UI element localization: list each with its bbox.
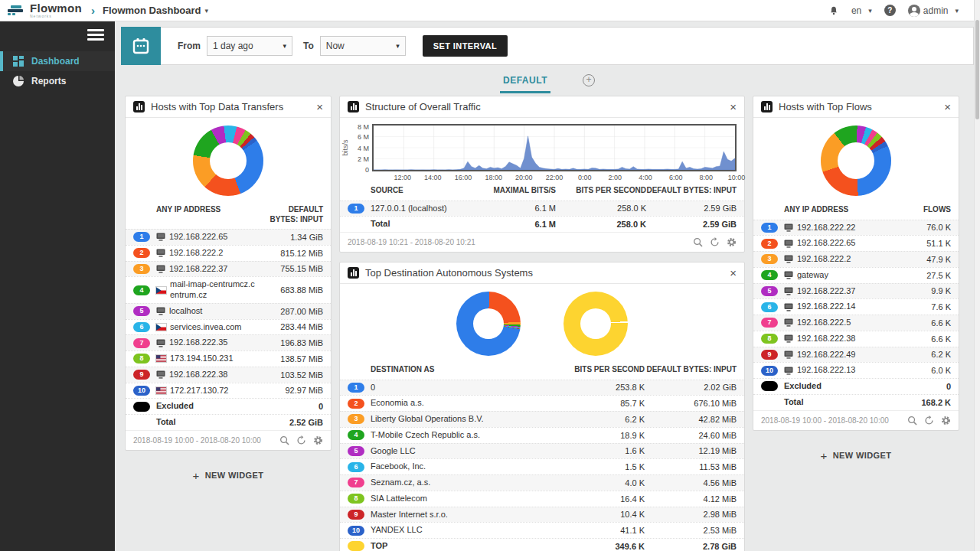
row-label: 192.168.222.65 <box>169 232 227 243</box>
flag-us-icon <box>156 355 166 362</box>
search-icon[interactable] <box>907 416 917 425</box>
breadcrumb-caret-icon[interactable]: ▾ <box>205 7 209 15</box>
row-value: 6.6 K <box>887 318 951 328</box>
hamburger-menu-icon[interactable] <box>87 29 104 41</box>
row-label: 192.168.222.65 <box>797 238 855 249</box>
y-axis-ticks: 8 M 6 M 4 M 2 M 0 <box>352 124 372 171</box>
refresh-icon[interactable] <box>296 435 306 445</box>
row-value: 85.7 K <box>553 399 645 408</box>
row-value: 2.02 GiB <box>645 383 737 392</box>
row-value: 258.0 K <box>556 220 646 229</box>
add-tab-button[interactable]: + <box>583 74 595 86</box>
rank-badge: 4 <box>761 270 778 280</box>
table-row: 7Seznam.cz, a.s.4.0 K4.56 MiB <box>340 474 744 491</box>
gear-icon[interactable] <box>313 435 323 445</box>
widget-title: Structure of Overall Traffic <box>365 101 481 112</box>
column-header: DEFAULT BYTES: INPUT <box>259 205 323 224</box>
new-widget-button[interactable]: + NEW WIDGET <box>753 449 959 462</box>
x-tick-label: 12:00 <box>394 174 411 181</box>
search-icon[interactable] <box>279 435 289 445</box>
new-widget-button[interactable]: + NEW WIDGET <box>125 469 332 482</box>
traffic-chart: bits/s 8 M 6 M 4 M 2 M 0 12:0014:0016:00… <box>340 118 744 183</box>
close-icon[interactable]: × <box>944 101 951 112</box>
sidebar: Dashboard Reports <box>0 21 115 551</box>
row-value: 0 <box>887 382 951 391</box>
notifications-button[interactable] <box>828 5 839 16</box>
table-row: 4T-Mobile Czech Republic a.s.18.9 K24.60… <box>340 427 744 443</box>
gear-icon[interactable] <box>727 237 737 247</box>
rank-badge: 9 <box>761 350 778 360</box>
row-value: 4.0 K <box>553 478 645 487</box>
sidebar-item-label: Reports <box>31 76 66 86</box>
close-icon[interactable]: × <box>316 101 323 112</box>
avatar <box>908 5 920 17</box>
scrollbar-thumb[interactable] <box>975 20 979 119</box>
close-icon[interactable]: × <box>730 267 737 279</box>
rank-badge: 4 <box>133 285 150 295</box>
rank-badge: 1 <box>348 204 364 214</box>
from-select-caret-icon: ▾ <box>283 42 286 50</box>
set-interval-button[interactable]: SET INTERVAL <box>423 35 508 57</box>
language-menu[interactable]: en▾ <box>851 5 872 16</box>
row-value: 253.8 K <box>553 383 645 392</box>
gear-icon[interactable] <box>941 416 951 425</box>
row-value: 6.2 K <box>887 350 951 359</box>
column-header: DEFAULT BYTES: INPUT <box>646 186 737 196</box>
table-row: Excluded0 <box>126 398 331 414</box>
sidebar-item-reports[interactable]: Reports <box>0 71 115 91</box>
flowmon-logo: Flowmon Networks <box>8 2 82 18</box>
monitor-icon <box>784 318 793 327</box>
sidebar-item-dashboard[interactable]: Dashboard <box>0 51 115 71</box>
table-row: 9192.168.222.496.2 K <box>753 347 959 363</box>
rank-badge: 6 <box>348 462 364 472</box>
rank-badge: 3 <box>761 254 778 264</box>
from-select[interactable]: 1 day ago ▾ <box>207 36 292 56</box>
widget-timestamp: 2018-08-19 10:00 - 2018-08-20 10:00 <box>133 436 261 445</box>
monitor-icon <box>784 223 793 232</box>
rank-badge: 1 <box>761 223 778 233</box>
row-label: 192.168.222.2 <box>169 248 223 259</box>
flowmon-logo-icon <box>8 5 24 17</box>
area-chart-plot[interactable] <box>372 124 737 171</box>
table-row: Total168.2 K <box>753 394 959 410</box>
table-row: 8192.168.222.386.6 K <box>753 331 959 347</box>
table-header: ANY IP ADDRESS DEFAULT BYTES: INPUT <box>126 202 331 229</box>
table-row: 7192.168.222.56.6 K <box>753 315 959 331</box>
help-button[interactable]: ? <box>884 5 896 16</box>
user-menu[interactable]: admin ▾ <box>908 5 959 17</box>
table-row: Total6.1 M258.0 K2.59 GiB <box>340 216 744 232</box>
row-label: 173.194.150.231 <box>170 354 234 364</box>
sidebar-item-label: Dashboard <box>31 56 80 67</box>
close-icon[interactable]: × <box>730 101 737 112</box>
row-value: 12.19 MiB <box>645 446 737 455</box>
column-header: DESTINATION AS <box>348 365 553 375</box>
row-value: 41.1 K <box>553 526 645 535</box>
refresh-icon[interactable] <box>924 416 934 425</box>
row-label: 172.217.130.72 <box>170 386 228 396</box>
search-icon[interactable] <box>693 237 703 247</box>
table-row: 1192.168.222.651.34 GiB <box>126 229 331 245</box>
tab-default[interactable]: DEFAULT <box>500 67 550 93</box>
breadcrumb[interactable]: Flowmon Dashboard <box>103 5 201 16</box>
row-value: 11.53 MiB <box>645 462 737 471</box>
calendar-tile[interactable] <box>121 27 161 65</box>
rank-badge: 8 <box>133 354 150 364</box>
widget-title: Top Destination Autonomous Systems <box>365 267 533 279</box>
page-scrollbar[interactable] <box>974 0 980 551</box>
from-label: From <box>178 41 201 51</box>
column-header: SOURCE <box>348 186 466 196</box>
widget-chart-icon <box>761 101 773 112</box>
monitor-icon <box>784 367 793 375</box>
x-tick-label: 10:00 <box>728 174 746 181</box>
refresh-icon[interactable] <box>710 237 720 247</box>
x-tick-label: 0:00 <box>578 174 592 181</box>
flag-cz-icon <box>156 287 166 294</box>
row-value: 27.5 K <box>887 271 951 280</box>
row-label: 192.168.222.38 <box>797 334 855 344</box>
to-select[interactable]: Now ▾ <box>320 36 406 56</box>
monitor-icon <box>156 339 165 347</box>
table-row: 4gateway27.5 K <box>753 267 959 283</box>
donut-chart <box>193 126 263 196</box>
table-row: 9Master Internet s.r.o.10.4 K2.98 MiB <box>340 507 744 523</box>
table-row: 10192.168.222.136.0 K <box>753 362 959 378</box>
